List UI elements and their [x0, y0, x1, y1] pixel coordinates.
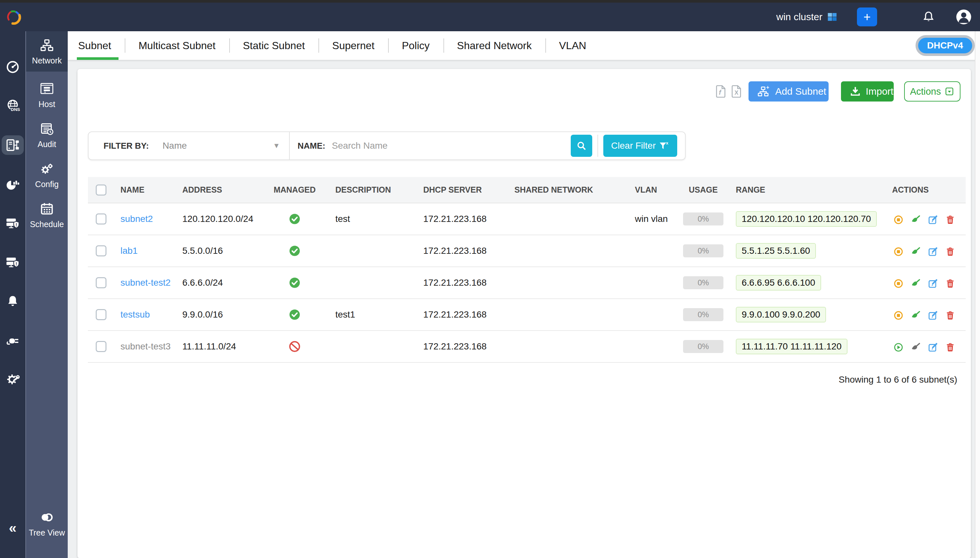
table-row: subnet-test311.11.11.0/24172.21.223.1680… — [88, 331, 966, 363]
tab-label: Static Subnet — [243, 40, 305, 52]
search-button[interactable] — [571, 135, 592, 157]
edit-action-button[interactable] — [928, 279, 938, 291]
select-all-checkbox[interactable] — [96, 184, 107, 195]
edit-action-button[interactable] — [928, 247, 938, 259]
subnet-name-link[interactable]: subnet-test2 — [120, 277, 171, 287]
col-header-name[interactable]: NAME — [114, 177, 176, 203]
edit-action-button[interactable] — [928, 310, 938, 323]
actions-label: Actions — [910, 86, 941, 97]
stop-icon — [893, 215, 903, 225]
clear-leases-action-button[interactable] — [911, 279, 921, 291]
network-icon — [39, 38, 54, 53]
address-cell: 5.5.0.0/16 — [176, 235, 260, 267]
range-box: 11.11.11.70 11.11.11.120 — [736, 339, 847, 354]
notifications-bell-icon[interactable] — [921, 10, 936, 24]
rail-item-reports-pie[interactable] — [2, 174, 24, 194]
rail-item-alerts-bell[interactable] — [2, 292, 24, 311]
clear-leases-action-button[interactable] — [911, 215, 921, 227]
delete-action-button[interactable] — [945, 215, 955, 227]
window-top-strip — [0, 0, 980, 3]
export-excel-icon[interactable]: X — [732, 85, 742, 98]
dhcpv4-badge[interactable]: DHCPv4 — [916, 35, 975, 56]
clear-leases-action-button[interactable] — [911, 247, 921, 259]
tab-label: VLAN — [559, 40, 586, 52]
stop-action-button[interactable] — [893, 310, 903, 323]
sidebar-item-config[interactable]: Config — [26, 161, 68, 189]
row-checkbox[interactable] — [96, 277, 107, 288]
svg-text:DNS: DNS — [11, 107, 20, 112]
rail-item-dns-globe[interactable]: DNS — [2, 96, 24, 116]
delete-action-button[interactable] — [945, 342, 955, 354]
rail-item-gauge[interactable] — [2, 57, 24, 77]
rail-item-plug[interactable] — [2, 331, 24, 350]
vlan-cell — [628, 267, 677, 299]
clear-leases-action-button[interactable] — [911, 310, 921, 323]
tab-policy[interactable]: Policy — [388, 31, 443, 60]
col-header-vlan[interactable]: VLAN — [628, 177, 677, 203]
col-header-description[interactable]: DESCRIPTION — [329, 177, 417, 203]
tab-subnet[interactable]: Subnet — [68, 31, 125, 60]
delete-action-button[interactable] — [945, 279, 955, 291]
col-header-actions[interactable]: ACTIONS — [886, 177, 966, 203]
user-avatar-icon[interactable] — [955, 8, 972, 25]
sidebar-item-schedule[interactable]: Schedule — [26, 202, 68, 229]
col-header-managed[interactable]: MANAGED — [260, 177, 329, 203]
collapse-sidebar-chevrons[interactable]: « — [9, 521, 16, 535]
play-action-button[interactable] — [893, 342, 903, 354]
tab-label: Supernet — [332, 40, 375, 52]
subnet-name-link[interactable]: testsub — [120, 309, 150, 320]
description-cell — [329, 235, 417, 267]
range-box: 9.9.0.100 9.9.0.200 — [736, 307, 826, 322]
col-header-usage[interactable]: USAGE — [677, 177, 729, 203]
delete-action-button[interactable] — [945, 247, 955, 259]
scrollbar-track[interactable] — [975, 31, 980, 558]
stop-action-button[interactable] — [893, 215, 903, 227]
col-header-address[interactable]: ADDRESS — [176, 177, 260, 203]
table-row: subnet2120.120.120.0/24test172.21.223.16… — [88, 203, 966, 235]
filter-by-caret-icon[interactable]: ▼ — [273, 141, 280, 150]
col-header-dhcp-server[interactable]: DHCP SERVER — [417, 177, 508, 203]
stop-action-button[interactable] — [893, 247, 903, 259]
subnet-name-link[interactable]: lab1 — [120, 246, 138, 256]
filter-by-select[interactable]: Name — [163, 141, 187, 151]
sidebar-item-network[interactable]: Network — [26, 31, 68, 72]
search-input[interactable] — [332, 141, 571, 151]
import-button[interactable]: Import — [841, 81, 894, 102]
cluster-name[interactable]: win cluster — [776, 11, 822, 23]
sidebar-item-host[interactable]: Host — [26, 81, 68, 109]
actions-button[interactable]: Actions — [904, 81, 960, 102]
vlan-cell: win vlan — [628, 203, 677, 235]
trash-icon — [945, 279, 955, 289]
subnet-name-link[interactable]: subnet2 — [120, 214, 153, 224]
managed-check-icon — [288, 276, 301, 289]
delete-action-button[interactable] — [945, 310, 955, 323]
sidebar-item-tree-view[interactable]: Tree View — [26, 510, 68, 538]
tab-vlan[interactable]: VLAN — [545, 31, 600, 60]
edit-action-button[interactable] — [928, 342, 938, 354]
row-checkbox[interactable] — [96, 245, 107, 256]
trash-icon — [945, 342, 955, 352]
row-checkbox[interactable] — [96, 341, 107, 352]
broom-icon — [911, 215, 921, 225]
clear-filter-button[interactable]: Clear Filter x — [603, 135, 677, 157]
tab-shared-network[interactable]: Shared Network — [444, 31, 545, 60]
export-pdf-icon[interactable]: f — [716, 85, 726, 98]
row-checkbox[interactable] — [96, 213, 107, 225]
rail-item-server-shield[interactable]: ! — [2, 213, 24, 233]
sidebar-item-audit[interactable]: Audit — [26, 121, 68, 149]
rail-item-ipam[interactable] — [2, 135, 24, 155]
trash-icon — [945, 310, 955, 320]
add-subnet-button[interactable]: + Add Subnet — [748, 81, 829, 102]
stop-action-button[interactable] — [893, 279, 903, 291]
col-header-range[interactable]: RANGE — [729, 177, 886, 203]
col-header-shared-network[interactable]: SHARED NETWORK — [508, 177, 628, 203]
clear-leases-action-button[interactable] — [911, 342, 921, 354]
edit-action-button[interactable] — [928, 215, 938, 227]
tab-static-subnet[interactable]: Static Subnet — [229, 31, 318, 60]
rail-item-server-shield-2[interactable]: ! — [2, 253, 24, 272]
tab-supernet[interactable]: Supernet — [318, 31, 388, 60]
row-checkbox[interactable] — [96, 309, 107, 320]
rail-item-gear-wrench[interactable] — [2, 369, 24, 389]
add-button[interactable]: + — [857, 8, 877, 26]
tab-multicast-subnet[interactable]: Multicast Subnet — [125, 31, 229, 60]
